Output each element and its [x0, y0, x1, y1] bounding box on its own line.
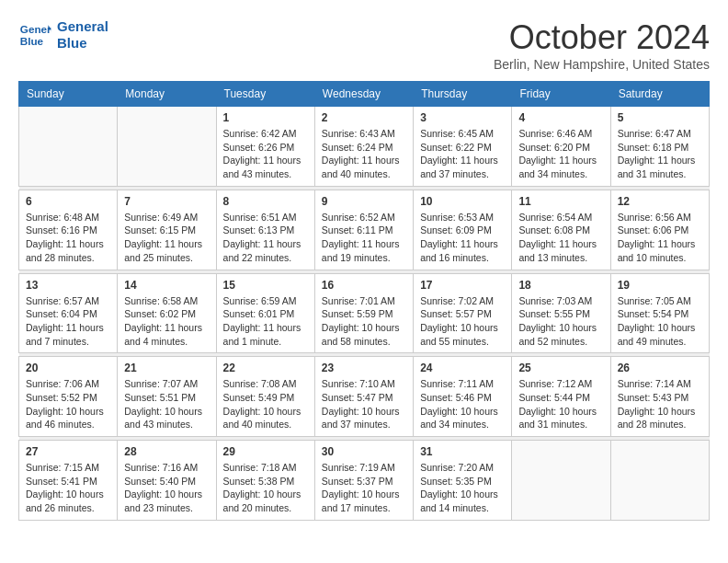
day-number: 8: [223, 195, 308, 208]
day-number: 12: [618, 195, 702, 208]
day-info: Sunrise: 7:05 AM Sunset: 5:54 PM Dayligh…: [618, 294, 702, 349]
logo-text: GeneralBlue: [57, 18, 108, 52]
calendar-cell: 8Sunrise: 6:51 AM Sunset: 6:13 PM Daylig…: [216, 190, 314, 270]
calendar-cell: 28Sunrise: 7:16 AM Sunset: 5:40 PM Dayli…: [118, 441, 216, 521]
calendar-cell: 25Sunrise: 7:12 AM Sunset: 5:44 PM Dayli…: [512, 357, 610, 437]
weekday-header-monday: Monday: [118, 82, 216, 107]
day-number: 21: [124, 362, 209, 374]
calendar-cell: 14Sunrise: 6:58 AM Sunset: 6:02 PM Dayli…: [118, 273, 216, 353]
day-info: Sunrise: 7:12 AM Sunset: 5:44 PM Dayligh…: [518, 377, 603, 431]
svg-text:General: General: [20, 23, 51, 35]
calendar-week-4: 20Sunrise: 7:06 AM Sunset: 5:52 PM Dayli…: [19, 357, 710, 437]
day-info: Sunrise: 6:54 AM Sunset: 6:08 PM Dayligh…: [518, 211, 603, 265]
calendar-week-5: 27Sunrise: 7:15 AM Sunset: 5:41 PM Dayli…: [19, 441, 710, 521]
day-number: 27: [26, 445, 110, 458]
day-number: 23: [322, 362, 406, 374]
month-title: October 2024: [494, 18, 710, 57]
weekday-header-wednesday: Wednesday: [314, 82, 413, 107]
day-number: 13: [26, 279, 110, 292]
calendar-cell: 11Sunrise: 6:54 AM Sunset: 6:08 PM Dayli…: [512, 190, 610, 270]
day-number: 6: [26, 195, 110, 208]
day-number: 1: [223, 111, 308, 124]
weekday-header-saturday: Saturday: [610, 82, 709, 107]
day-number: 19: [618, 279, 702, 292]
calendar-week-2: 6Sunrise: 6:48 AM Sunset: 6:16 PM Daylig…: [19, 190, 710, 270]
calendar-cell: 16Sunrise: 7:01 AM Sunset: 5:59 PM Dayli…: [314, 273, 413, 353]
day-number: 4: [518, 111, 603, 124]
day-number: 7: [124, 195, 209, 208]
page-header: General Blue GeneralBlue October 2024 Be…: [18, 18, 710, 72]
day-info: Sunrise: 6:57 AM Sunset: 6:04 PM Dayligh…: [26, 294, 110, 349]
calendar-cell: 18Sunrise: 7:03 AM Sunset: 5:55 PM Dayli…: [512, 273, 610, 353]
day-number: 28: [124, 445, 209, 458]
calendar-cell: [610, 441, 709, 521]
day-number: 9: [322, 195, 406, 208]
calendar-cell: 31Sunrise: 7:20 AM Sunset: 5:35 PM Dayli…: [414, 441, 512, 521]
weekday-header-tuesday: Tuesday: [216, 82, 314, 107]
calendar-cell: 17Sunrise: 7:02 AM Sunset: 5:57 PM Dayli…: [414, 273, 512, 353]
calendar-cell: 12Sunrise: 6:56 AM Sunset: 6:06 PM Dayli…: [610, 190, 709, 270]
logo-icon: General Blue: [18, 18, 51, 52]
calendar-cell: 23Sunrise: 7:10 AM Sunset: 5:47 PM Dayli…: [314, 357, 413, 437]
calendar-cell: 29Sunrise: 7:18 AM Sunset: 5:38 PM Dayli…: [216, 441, 314, 521]
day-info: Sunrise: 7:16 AM Sunset: 5:40 PM Dayligh…: [124, 461, 209, 515]
day-number: 10: [420, 195, 505, 208]
calendar-cell: [118, 107, 216, 187]
day-number: 11: [518, 195, 603, 208]
day-info: Sunrise: 7:02 AM Sunset: 5:57 PM Dayligh…: [420, 294, 505, 349]
calendar-cell: 1Sunrise: 6:42 AM Sunset: 6:26 PM Daylig…: [216, 107, 314, 187]
calendar-week-3: 13Sunrise: 6:57 AM Sunset: 6:04 PM Dayli…: [19, 273, 710, 353]
day-info: Sunrise: 7:20 AM Sunset: 5:35 PM Dayligh…: [420, 461, 505, 515]
day-number: 31: [420, 445, 505, 458]
calendar-cell: 7Sunrise: 6:49 AM Sunset: 6:15 PM Daylig…: [118, 190, 216, 270]
day-info: Sunrise: 6:51 AM Sunset: 6:13 PM Dayligh…: [223, 211, 308, 265]
calendar-cell: 5Sunrise: 6:47 AM Sunset: 6:18 PM Daylig…: [610, 107, 709, 187]
day-number: 25: [518, 362, 603, 374]
svg-text:Blue: Blue: [20, 35, 44, 47]
day-info: Sunrise: 6:49 AM Sunset: 6:15 PM Dayligh…: [124, 211, 209, 265]
day-info: Sunrise: 7:10 AM Sunset: 5:47 PM Dayligh…: [322, 377, 406, 431]
day-number: 18: [518, 279, 603, 292]
day-info: Sunrise: 7:11 AM Sunset: 5:46 PM Dayligh…: [420, 377, 505, 431]
calendar-cell: 13Sunrise: 6:57 AM Sunset: 6:04 PM Dayli…: [19, 273, 118, 353]
calendar-cell: 22Sunrise: 7:08 AM Sunset: 5:49 PM Dayli…: [216, 357, 314, 437]
calendar-cell: 6Sunrise: 6:48 AM Sunset: 6:16 PM Daylig…: [19, 190, 118, 270]
day-info: Sunrise: 6:42 AM Sunset: 6:26 PM Dayligh…: [223, 127, 308, 181]
calendar-cell: 30Sunrise: 7:19 AM Sunset: 5:37 PM Dayli…: [314, 441, 413, 521]
day-info: Sunrise: 7:15 AM Sunset: 5:41 PM Dayligh…: [26, 461, 110, 515]
day-info: Sunrise: 6:58 AM Sunset: 6:02 PM Dayligh…: [124, 294, 209, 349]
day-number: 17: [420, 279, 505, 292]
calendar-cell: 2Sunrise: 6:43 AM Sunset: 6:24 PM Daylig…: [314, 107, 413, 187]
calendar-cell: 20Sunrise: 7:06 AM Sunset: 5:52 PM Dayli…: [19, 357, 118, 437]
calendar-cell: 26Sunrise: 7:14 AM Sunset: 5:43 PM Dayli…: [610, 357, 709, 437]
day-info: Sunrise: 6:46 AM Sunset: 6:20 PM Dayligh…: [518, 127, 603, 181]
day-info: Sunrise: 6:52 AM Sunset: 6:11 PM Dayligh…: [322, 211, 406, 265]
day-number: 22: [223, 362, 308, 374]
calendar-cell: [512, 441, 610, 521]
calendar-cell: 4Sunrise: 6:46 AM Sunset: 6:20 PM Daylig…: [512, 107, 610, 187]
location: Berlin, New Hampshire, United States: [494, 57, 710, 72]
day-info: Sunrise: 7:01 AM Sunset: 5:59 PM Dayligh…: [322, 294, 406, 349]
day-number: 14: [124, 279, 209, 292]
day-number: 16: [322, 279, 406, 292]
calendar-cell: 10Sunrise: 6:53 AM Sunset: 6:09 PM Dayli…: [414, 190, 512, 270]
calendar-header-row: SundayMondayTuesdayWednesdayThursdayFrid…: [19, 82, 710, 107]
calendar-cell: 27Sunrise: 7:15 AM Sunset: 5:41 PM Dayli…: [19, 441, 118, 521]
day-info: Sunrise: 7:14 AM Sunset: 5:43 PM Dayligh…: [618, 377, 702, 431]
weekday-header-sunday: Sunday: [19, 82, 118, 107]
day-info: Sunrise: 7:03 AM Sunset: 5:55 PM Dayligh…: [518, 294, 603, 349]
day-info: Sunrise: 6:48 AM Sunset: 6:16 PM Dayligh…: [26, 211, 110, 265]
day-info: Sunrise: 7:06 AM Sunset: 5:52 PM Dayligh…: [26, 377, 110, 431]
day-info: Sunrise: 6:47 AM Sunset: 6:18 PM Dayligh…: [618, 127, 702, 181]
calendar: SundayMondayTuesdayWednesdayThursdayFrid…: [18, 81, 710, 521]
calendar-cell: 21Sunrise: 7:07 AM Sunset: 5:51 PM Dayli…: [118, 357, 216, 437]
day-info: Sunrise: 7:07 AM Sunset: 5:51 PM Dayligh…: [124, 377, 209, 431]
logo: General Blue GeneralBlue: [18, 18, 108, 52]
calendar-week-1: 1Sunrise: 6:42 AM Sunset: 6:26 PM Daylig…: [19, 107, 710, 187]
calendar-cell: 19Sunrise: 7:05 AM Sunset: 5:54 PM Dayli…: [610, 273, 709, 353]
calendar-cell: 3Sunrise: 6:45 AM Sunset: 6:22 PM Daylig…: [414, 107, 512, 187]
day-number: 30: [322, 445, 406, 458]
day-info: Sunrise: 7:08 AM Sunset: 5:49 PM Dayligh…: [223, 377, 308, 431]
weekday-header-thursday: Thursday: [414, 82, 512, 107]
day-number: 3: [420, 111, 505, 124]
